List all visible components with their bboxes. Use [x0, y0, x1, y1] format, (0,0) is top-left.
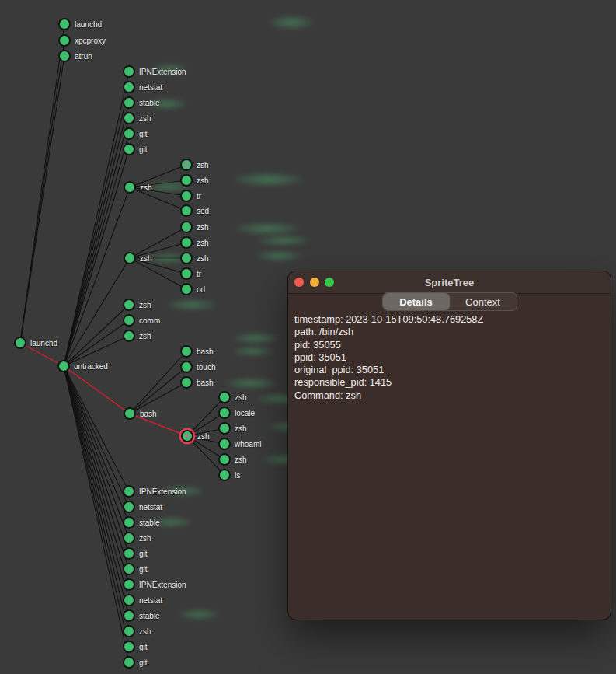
node-git-d5[interactable]: git [123, 641, 148, 653]
node-touch-b2[interactable]: touch [180, 361, 215, 373]
process-circle[interactable] [58, 18, 71, 30]
process-circle[interactable] [14, 337, 26, 349]
process-circle[interactable] [180, 252, 193, 264]
process-circle[interactable] [123, 112, 135, 124]
process-circle[interactable] [123, 127, 135, 140]
node-bash-bash[interactable]: bash [124, 407, 157, 420]
node-locale-s2[interactable]: locale [218, 407, 255, 419]
node-zsh-a4[interactable]: zsh [123, 112, 151, 124]
minimize-button[interactable] [310, 278, 319, 287]
process-circle[interactable] [123, 547, 135, 560]
window-titlebar[interactable]: SpriteTree [288, 271, 611, 294]
node-ipnextension-d1[interactable]: IPNExtension [123, 578, 186, 591]
node-bash-b1[interactable]: bash [180, 345, 214, 358]
process-circle[interactable] [123, 143, 135, 155]
node-launchd-root[interactable]: launchd [14, 337, 57, 349]
process-circle[interactable] [123, 609, 135, 622]
process-circle[interactable] [123, 656, 135, 669]
node-bash-b3[interactable]: bash [180, 376, 214, 389]
node-zsh-s3[interactable]: zsh [218, 422, 247, 435]
node-zsh-m1[interactable]: zsh [123, 299, 151, 311]
node-ls-s6[interactable]: ls [218, 469, 240, 481]
process-circle[interactable] [180, 283, 193, 295]
process-circle[interactable] [180, 376, 193, 389]
node-git-c5[interactable]: git [123, 547, 148, 560]
tab-context[interactable]: Context [450, 293, 517, 310]
process-circle[interactable] [123, 299, 135, 311]
node-zsh-p1[interactable]: zsh [124, 181, 152, 194]
node-zsh-c4[interactable]: zsh [123, 532, 151, 544]
node-netstat-c2[interactable]: netstat [123, 501, 162, 513]
process-circle[interactable] [180, 236, 193, 249]
process-circle[interactable] [180, 159, 193, 171]
node-netstat-d2[interactable]: netstat [123, 594, 162, 606]
node-zsh-s1[interactable]: zsh [218, 391, 247, 403]
node-netstat-a2[interactable]: netstat [123, 81, 162, 93]
process-circle[interactable] [180, 345, 193, 358]
node-zsh-p2c3[interactable]: zsh [180, 252, 209, 264]
node-tr-p1c3[interactable]: tr [180, 190, 201, 202]
process-circle[interactable] [123, 625, 135, 637]
node-launchd-t1[interactable]: launchd [58, 18, 102, 30]
process-circle[interactable] [123, 532, 135, 544]
process-circle[interactable] [181, 430, 193, 442]
node-zsh-p1c1[interactable]: zsh [180, 159, 209, 171]
node-sed-p1c4[interactable]: sed [180, 204, 209, 217]
process-circle[interactable] [123, 96, 135, 109]
process-circle[interactable] [123, 594, 135, 606]
node-git-a5[interactable]: git [123, 127, 148, 140]
node-git-d6[interactable]: git [123, 656, 148, 669]
node-tr-p2c4[interactable]: tr [180, 267, 201, 280]
node-stable-d3[interactable]: stable [123, 609, 160, 622]
node-zsh-p2[interactable]: zsh [124, 252, 152, 264]
process-circle[interactable] [57, 360, 70, 372]
node-atrun-t3[interactable]: atrun [58, 50, 92, 62]
process-circle[interactable] [218, 391, 231, 403]
process-circle[interactable] [124, 252, 136, 264]
process-circle[interactable] [218, 453, 231, 466]
process-circle[interactable] [180, 174, 193, 187]
process-circle[interactable] [123, 563, 135, 575]
node-zsh-d4[interactable]: zsh [123, 625, 151, 637]
process-circle[interactable] [218, 407, 231, 419]
node-zsh-p1c2[interactable]: zsh [180, 174, 209, 187]
process-circle[interactable] [58, 50, 71, 62]
process-circle[interactable] [180, 204, 193, 217]
node-comm-m2[interactable]: comm [123, 314, 160, 327]
tab-details[interactable]: Details [383, 293, 450, 310]
process-circle[interactable] [218, 469, 231, 481]
node-untracked-unt[interactable]: untracked [57, 360, 108, 372]
node-od-p2c5[interactable]: od [180, 283, 205, 295]
node-ipnextension-a1[interactable]: IPNExtension [123, 65, 186, 78]
node-zsh-m3[interactable]: zsh [123, 330, 151, 342]
close-button[interactable] [294, 278, 304, 287]
process-circle[interactable] [180, 361, 193, 373]
node-ipnextension-c1[interactable]: IPNExtension [123, 485, 186, 498]
node-zsh-p2c2[interactable]: zsh [180, 236, 209, 249]
process-circle[interactable] [180, 221, 193, 233]
node-stable-c3[interactable]: stable [123, 516, 160, 529]
process-circle[interactable] [123, 330, 135, 342]
node-zsh-p2c1[interactable]: zsh [180, 221, 209, 233]
process-circle[interactable] [123, 641, 135, 653]
process-circle[interactable] [180, 267, 193, 280]
process-circle[interactable] [123, 81, 135, 93]
node-git-a6[interactable]: git [123, 143, 148, 155]
process-circle[interactable] [124, 181, 136, 194]
process-circle[interactable] [123, 65, 135, 78]
process-circle[interactable] [124, 407, 136, 420]
node-whoami-s4[interactable]: whoami [218, 438, 261, 450]
process-circle[interactable] [123, 516, 135, 529]
node-zsh-sel[interactable]: zsh [181, 430, 210, 442]
process-circle[interactable] [218, 422, 231, 435]
process-circle[interactable] [58, 34, 71, 47]
node-xpcproxy-t2[interactable]: xpcproxy [58, 34, 106, 47]
process-circle[interactable] [123, 485, 135, 498]
process-circle[interactable] [123, 578, 135, 591]
zoom-button[interactable] [325, 278, 334, 287]
process-circle[interactable] [123, 314, 135, 327]
process-circle[interactable] [218, 438, 231, 450]
node-zsh-s5[interactable]: zsh [218, 453, 247, 466]
process-circle[interactable] [180, 190, 193, 202]
node-stable-a3[interactable]: stable [123, 96, 160, 109]
